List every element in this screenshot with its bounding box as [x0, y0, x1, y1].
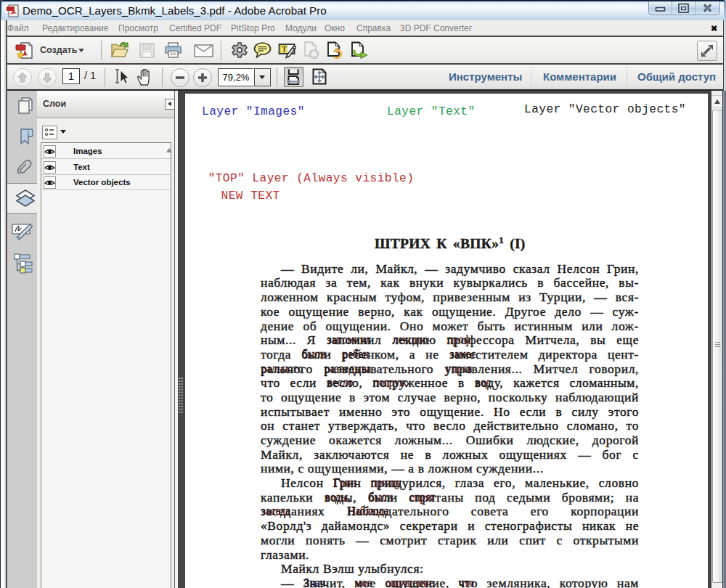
svg-text:T: T	[282, 45, 287, 53]
